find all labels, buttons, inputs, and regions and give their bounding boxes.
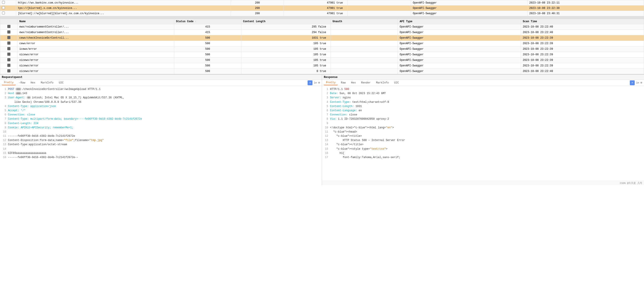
- row-length: 105 true: [241, 52, 331, 58]
- table-row[interactable]: tps://[blurred].x.com.cn/kyinvoice... 20…: [0, 6, 644, 11]
- code-line: 1HTTP/1.1 500: [324, 87, 642, 91]
- row-api: OpenAPI-Swagger: [411, 0, 528, 6]
- row-scan: 2023-10-08 23:22:39: [521, 41, 644, 46]
- line-text: h1{: [330, 151, 344, 156]
- row-scan: 2023-10-08 23:22:39: [521, 63, 644, 69]
- tab-pretty-request[interactable]: Pretty: [2, 80, 16, 85]
- sort-icon: ↑: [195, 21, 196, 23]
- line-text: POST ■■■ /checkInvoiceOcrController/wxIm…: [8, 87, 100, 91]
- col-name-header[interactable]: Name: [18, 19, 174, 24]
- copy-icon-response[interactable]: ≡: [630, 80, 635, 85]
- request-tabs: Pretty -Raw Hex MarkInfo U2C ≡ ln ≡: [0, 80, 322, 86]
- tab-markinfo-request[interactable]: MarkInfo: [38, 81, 56, 85]
- row-api: OpenAPI-Swagger: [398, 46, 521, 52]
- line-number: 7: [324, 113, 328, 117]
- code-line: 6Connection: close: [2, 113, 320, 117]
- request-panel: Requestquest Pretty -Raw Hex MarkInfo U2…: [0, 75, 322, 185]
- tab-hex-response[interactable]: Hex: [349, 81, 358, 85]
- row-checkbox[interactable]: [0, 6, 16, 11]
- tab-markinfo-response[interactable]: MarkInfo: [374, 81, 391, 85]
- row-checkbox[interactable]: [0, 0, 16, 6]
- table-row[interactable]: [blurred]://w[blurred][blurred].nx.com.c…: [0, 11, 644, 16]
- table-row[interactable]: ewx/reimbursementController/... 415 295 …: [0, 24, 644, 30]
- row-api: OpenAPI-Swagger: [411, 6, 528, 11]
- lower-table: Name Status Code ↑ Content Length Unauth…: [0, 19, 644, 74]
- row-name: oicewx/error: [18, 52, 174, 58]
- col-api-header[interactable]: API Type: [398, 19, 521, 24]
- menu-icon-response[interactable]: ≡: [640, 81, 642, 85]
- code-line: 15GIF89aaaaaaaaaaaaaaaaaaa: [2, 151, 320, 156]
- table-row[interactable]: oicewx/error 500 0 true OpenAPI-Swagger …: [0, 69, 644, 74]
- table-row[interactable]: cewx/checkInvoiceOcrControll... 500 1031…: [0, 35, 644, 41]
- code-line: 14: [2, 147, 320, 151]
- col-scan-header[interactable]: Scan Time: [521, 19, 644, 24]
- row-icon: [0, 35, 18, 41]
- table-row[interactable]: cewx/error 500 105 true OpenAPI-Swagger …: [0, 41, 644, 46]
- line-number: 16: [2, 156, 6, 160]
- tab-u2c-request[interactable]: U2C: [56, 81, 66, 85]
- row-checkbox[interactable]: [0, 11, 16, 16]
- code-line: 14 "c-blue"></title>: [324, 142, 642, 147]
- row-name: oicewx/error: [18, 63, 174, 69]
- row-name: cewx/error: [18, 41, 174, 46]
- code-line: 8Content-Length: 224: [2, 121, 320, 126]
- tab-render-response[interactable]: Render: [359, 81, 373, 85]
- table-row[interactable]: oicewx/error 500 105 true OpenAPI-Swagge…: [0, 63, 644, 69]
- copy-icon[interactable]: ≡: [308, 80, 312, 85]
- row-api: OpenAPI-Swagger: [398, 41, 521, 46]
- response-toolbar: ≡ ln ≡: [630, 80, 642, 85]
- table-row[interactable]: icewx/error 500 105 true OpenAPI-Swagger…: [0, 46, 644, 52]
- tab-u2c-response[interactable]: U2C: [392, 81, 401, 85]
- row-api: OpenAPI-Swagger: [398, 24, 521, 30]
- row-scan: 2023-10-08 23:22:38: [528, 6, 644, 11]
- row-unauth: [331, 46, 398, 52]
- line-text: "c-blue"><style type="text/css">: [330, 147, 388, 151]
- code-line: 5Accept: */*: [2, 109, 320, 113]
- request-toolbar: ≡ ln ≡: [308, 80, 320, 85]
- table-row[interactable]: oicewx/error 500 105 true OpenAPI-Swagge…: [0, 52, 644, 58]
- line-text: <!doctype html>"c-blue"><html lang="en">: [330, 126, 394, 130]
- col-status-header[interactable]: Status Code ↑: [174, 19, 241, 24]
- line-text: ------fe90ff30-9d16-4382-bb4b-7c2141f267…: [8, 156, 78, 160]
- tab-hex-request[interactable]: Hex: [28, 81, 38, 85]
- code-line: 15 "c-blue"><style type="text/css">: [324, 147, 642, 151]
- line-number: 2: [2, 91, 6, 96]
- row-unauth: [331, 30, 398, 35]
- col-length-header[interactable]: Content Length: [241, 19, 331, 24]
- line-text: Accept: */*: [8, 109, 26, 113]
- tab-raw-request[interactable]: -Raw: [16, 81, 28, 85]
- row-icon: [0, 63, 18, 69]
- table-row[interactable]: https://wx.bankinx.com.cn/kyinvoice... 2…: [0, 0, 644, 6]
- row-name: ewx/reimbursementController/...: [18, 24, 174, 30]
- code-line: 13Content-Type:application/octet-stream: [2, 142, 320, 147]
- line-number: 8: [2, 121, 6, 126]
- code-line: 17 font-family:Tahoma,Arial,sans-serif;: [324, 156, 642, 160]
- code-line: 1POST ■■■ /checkInvoiceOcrController/wxI…: [2, 87, 320, 91]
- row-icon: [0, 30, 18, 35]
- tab-pretty-response[interactable]: Pretty: [324, 80, 338, 85]
- code-line: 3User-Agent: ■■ intosh; Intel Mac OS X 1…: [2, 96, 320, 104]
- line-number: 15: [324, 147, 328, 151]
- table-row[interactable]: oicewx/error 500 105 true OpenAPI-Swagge…: [0, 58, 644, 63]
- line-number: 10: [2, 130, 6, 134]
- row-length: 105 true: [241, 58, 331, 63]
- ln-button-response[interactable]: ln: [636, 81, 639, 84]
- ln-button[interactable]: ln: [314, 81, 317, 84]
- line-number: 12: [2, 138, 6, 142]
- line-text: Server: nginx: [330, 96, 351, 100]
- row-status: 500: [174, 41, 241, 46]
- row-icon: [0, 41, 18, 46]
- code-line: 13 HTTP Status 500 – Internal Server Err…: [324, 138, 642, 142]
- tab-raw-response[interactable]: Raw: [338, 81, 348, 85]
- status-bar: CSDN @今天是 几号: [322, 181, 644, 185]
- row-unauth: [331, 35, 398, 41]
- menu-icon[interactable]: ≡: [318, 81, 320, 85]
- line-number: 6: [324, 109, 328, 113]
- row-scan: 2023-10-08 23:22:39: [521, 52, 644, 58]
- code-line: 3Server: nginx: [324, 96, 642, 100]
- col-unauth-header[interactable]: Unauth: [331, 19, 398, 24]
- table-row[interactable]: ewx/reimbursementController/... 415 294 …: [0, 30, 644, 35]
- code-line: 7Content-Type: multipart/form-data; boun…: [2, 117, 320, 121]
- row-scan: 2023-10-08 23:22:39: [521, 46, 644, 52]
- row-name: [blurred]://w[blurred][blurred].nx.com.c…: [16, 11, 231, 16]
